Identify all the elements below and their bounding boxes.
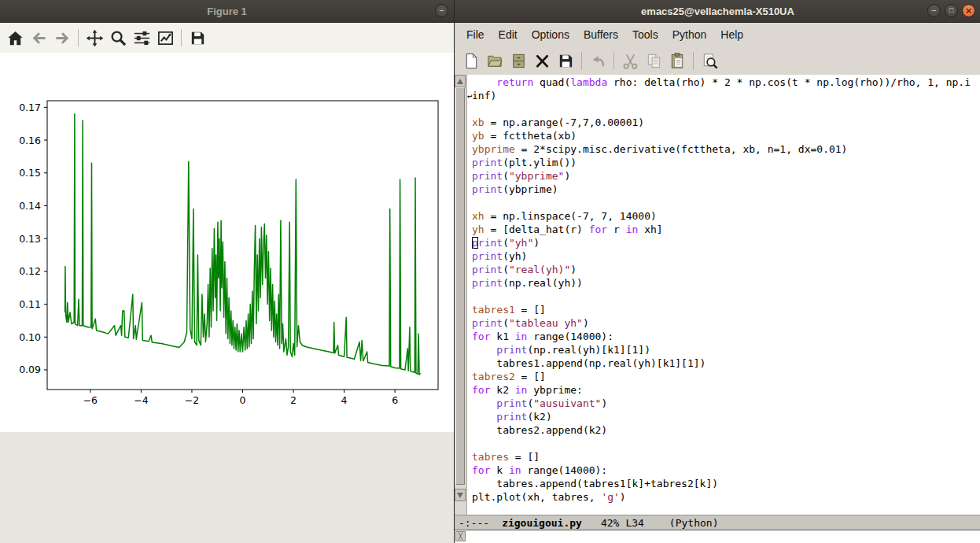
- x-tick-label: 6: [392, 394, 398, 406]
- emacs-title: emacs25@vellachemla-X510UA: [641, 6, 794, 17]
- forward-icon: [53, 29, 72, 47]
- scrollbar-up-arrow-icon[interactable]: [455, 75, 466, 87]
- code-line[interactable]: tabres2.append(k2): [472, 423, 980, 437]
- code-line[interactable]: xh = np.linspace(-7, 7, 14000): [472, 209, 980, 223]
- code-line[interactable]: print(k2): [472, 410, 980, 423]
- save-button: [554, 49, 577, 72]
- zoom-icon: [109, 29, 127, 47]
- code-line[interactable]: for k2 in ybprime:: [472, 383, 980, 397]
- toolbar-separator: [613, 52, 614, 69]
- zoom-button[interactable]: [106, 26, 130, 50]
- code-line[interactable]: xb = np.arange(-7,7,0.00001): [472, 116, 980, 129]
- code-line[interactable]: print(ybprime): [472, 183, 980, 196]
- emacs-scrollbar[interactable]: [455, 75, 467, 515]
- plot-svg: −6−4−202460.090.100.110.120.130.140.150.…: [0, 53, 454, 432]
- subplots-button[interactable]: [130, 26, 153, 50]
- figure-title: Figure 1: [207, 6, 247, 17]
- menu-help[interactable]: Help: [713, 24, 750, 45]
- modeline-buffer-name: zigouigoui.py: [502, 517, 582, 529]
- menu-buffers[interactable]: Buffers: [577, 24, 625, 45]
- maximize-button[interactable]: □: [945, 4, 958, 17]
- line-wrap-icon: ↩: [467, 90, 473, 103]
- toolbar-separator: [693, 52, 694, 69]
- code-line[interactable]: [472, 504, 980, 515]
- menu-python[interactable]: Python: [665, 24, 714, 45]
- kill-buffer-icon: [533, 52, 551, 70]
- code-line[interactable]: print(yh): [472, 249, 980, 263]
- emacs-window: emacs25@vellachemla-X510UA − □ × FileEdi…: [454, 0, 980, 543]
- code-line[interactable]: plt.plot(xh, tabres, 'g'): [472, 490, 980, 504]
- back-icon: [30, 29, 48, 47]
- code-line[interactable]: print(np.real(yh)[k1][1]): [472, 343, 980, 356]
- code-line[interactable]: [472, 437, 980, 450]
- emacs-toolbar: [455, 46, 980, 76]
- emacs-menubar: FileEditOptionsBuffersToolsPythonHelp: [455, 23, 980, 46]
- modeline-line-number: L34: [625, 517, 643, 529]
- code-line[interactable]: print("ausuivant"): [472, 397, 980, 410]
- minimize-button[interactable]: −: [435, 4, 448, 17]
- code-line[interactable]: ybprime = 2*scipy.misc.derivative(fctthe…: [472, 142, 980, 156]
- minimize-button[interactable]: −: [927, 4, 941, 17]
- code-line[interactable]: print("ybprime"): [472, 169, 980, 183]
- code-line[interactable]: print("tableau yh"): [472, 316, 980, 330]
- y-tick-label: 0.13: [19, 233, 41, 245]
- code-line[interactable]: print("yh"): [472, 236, 980, 249]
- code-line[interactable]: yh = [delta_hat(r) for r in xh]: [472, 223, 980, 236]
- search-button[interactable]: [698, 49, 721, 72]
- kill-buffer-button[interactable]: [530, 49, 554, 72]
- emacs-minibuffer[interactable]: ╳: [455, 530, 980, 543]
- code-line[interactable]: for k in range(14000):: [472, 464, 980, 477]
- pan-button[interactable]: [83, 26, 106, 50]
- close-button[interactable]: ×: [962, 4, 975, 17]
- save-icon: [189, 29, 207, 47]
- customize-button[interactable]: [153, 26, 177, 50]
- home-button[interactable]: [3, 26, 27, 50]
- modeline-position: 42%: [601, 517, 619, 529]
- menu-file[interactable]: File: [459, 24, 492, 45]
- dired-button[interactable]: [507, 49, 530, 72]
- paste-button[interactable]: [665, 49, 689, 72]
- menu-tools[interactable]: Tools: [625, 24, 665, 45]
- code-line[interactable]: tabres2 = []: [472, 370, 980, 383]
- menu-edit[interactable]: Edit: [492, 24, 525, 45]
- figure-titlebar[interactable]: Figure 1 −: [0, 0, 454, 23]
- undo-icon: [589, 52, 607, 70]
- code-line[interactable]: tabres = []: [472, 450, 980, 464]
- desktop: { "figure_window": { "title": "Figure 1"…: [0, 0, 980, 543]
- open-file-button[interactable]: [483, 49, 507, 72]
- figure-canvas[interactable]: −6−4−202460.090.100.110.120.130.140.150.…: [0, 53, 454, 432]
- scrollbar-thumb[interactable]: [455, 87, 465, 485]
- code-line[interactable]: for k1 in range(14000):: [472, 330, 980, 343]
- code-line[interactable]: [472, 290, 980, 303]
- modeline-prefix: -:---: [459, 517, 489, 529]
- cut-button: [618, 49, 642, 72]
- code-line[interactable]: print("real(yh)"): [472, 263, 980, 276]
- code-line[interactable]: [472, 196, 980, 209]
- search-icon: [701, 52, 719, 70]
- code-area[interactable]: return quad(lambda rho: delta(rho) * 2 *…: [467, 75, 980, 515]
- copy-button: [642, 49, 665, 72]
- dired-icon: [510, 52, 528, 70]
- save-button[interactable]: [186, 26, 209, 50]
- emacs-titlebar[interactable]: emacs25@vellachemla-X510UA − □ ×: [455, 0, 980, 23]
- code-line[interactable]: print(plt.ylim()): [472, 156, 980, 169]
- menu-options[interactable]: Options: [525, 24, 577, 45]
- code-line[interactable]: tabres.append(tabres1[k]+tabres2[k]): [472, 477, 980, 490]
- new-file-button[interactable]: [459, 49, 483, 72]
- code-line[interactable]: ↩inf): [472, 89, 980, 102]
- code-line[interactable]: [472, 102, 980, 116]
- x-tick-label: −6: [83, 394, 98, 406]
- y-tick-label: 0.09: [19, 364, 41, 375]
- code-line[interactable]: print(np.real(yh)): [472, 276, 980, 290]
- paste-icon: [669, 52, 687, 70]
- cut-icon: [621, 52, 639, 70]
- code-line[interactable]: return quad(lambda rho: delta(rho) * 2 *…: [472, 76, 980, 89]
- forward-button: [50, 26, 74, 50]
- code-line[interactable]: tabres1.append(np.real(yh)[k1][1]): [472, 356, 980, 370]
- new-file-icon: [462, 52, 481, 70]
- scrollbar-down-arrow-icon[interactable]: [455, 489, 466, 501]
- y-tick-label: 0.15: [19, 167, 41, 179]
- code-line[interactable]: yb = fcttheta(xb): [472, 129, 980, 142]
- code-line[interactable]: tabres1 = []: [472, 303, 980, 316]
- x-tick-label: 0: [240, 394, 246, 406]
